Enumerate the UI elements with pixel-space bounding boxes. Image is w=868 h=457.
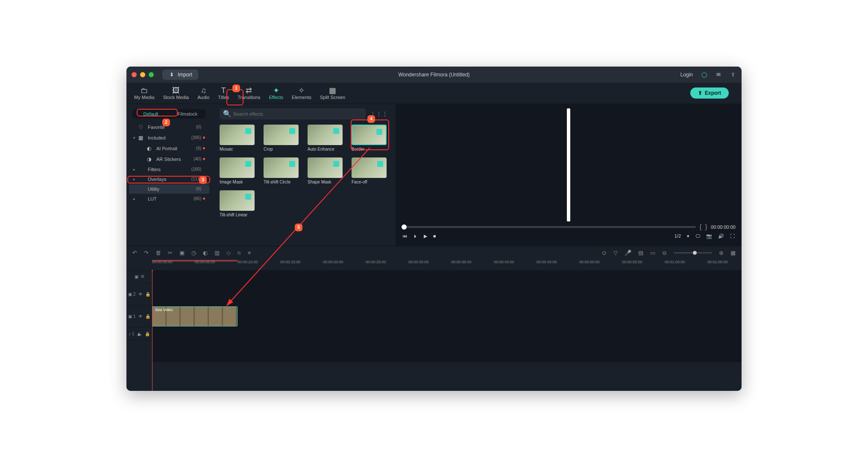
export-button[interactable]: ⬆ Export [690, 87, 729, 99]
display-icon[interactable]: 🖵 [695, 233, 700, 239]
upload-icon[interactable]: ⇪ [730, 71, 736, 78]
timeline-clip[interactable]: Sea Video [152, 306, 238, 326]
marker-icon[interactable]: ▽ [613, 250, 618, 256]
preview-panel: { } 00:00:00:00 ⏮ ⏵ ▶ ■ 1/2 ▾ 🖵 📷 🔊 ⛶ [396, 104, 742, 246]
video-track-2[interactable]: ▣ 2👁🔒 [126, 283, 742, 305]
effects-subtabs: Default Filmstock [132, 109, 206, 119]
tab-stock-media[interactable]: 🖼Stock Media [160, 84, 193, 102]
sidebar-item-utility[interactable]: Utility(9) [129, 184, 209, 194]
play-step-icon[interactable]: ⏵ [413, 233, 418, 239]
video-track-1[interactable]: ▣ 1👁🔒Sea Video [126, 305, 742, 327]
preview-timecode: 00:00:00:00 [711, 224, 736, 230]
speed-icon[interactable]: ◷ [191, 250, 196, 256]
zoom-out-icon[interactable]: ⊖ [662, 250, 667, 256]
effect-face-off[interactable]: Face-off [352, 157, 388, 184]
close-icon[interactable] [132, 72, 137, 77]
undo-icon[interactable]: ↶ [132, 250, 137, 256]
tab-transitions[interactable]: ⇄Transitions [234, 84, 264, 102]
zoom-in-icon[interactable]: ⊕ [719, 250, 724, 256]
preview-ratio[interactable]: 1/2 [674, 233, 681, 239]
bracket-close-icon[interactable]: } [705, 223, 707, 231]
bracket-open-icon[interactable]: { [699, 223, 701, 231]
sidebar-item-overlays[interactable]: ▸Overlays(111) [129, 175, 209, 184]
effect-crop[interactable]: Crop [264, 125, 300, 151]
adjust-icon[interactable]: ≡ [248, 250, 251, 256]
color-icon[interactable]: ◐ [203, 250, 208, 256]
chevron-down-icon[interactable]: ▾ [687, 233, 689, 239]
record-icon[interactable]: 🎤 [625, 250, 631, 256]
tab-effects[interactable]: ✦Effects [266, 84, 287, 102]
delete-icon[interactable]: 🗑 [155, 250, 161, 256]
timeline-ruler[interactable]: 00:00:00:0000:00:05:0000:00:10:0000:00:1… [126, 260, 742, 270]
minimize-icon[interactable] [140, 72, 145, 77]
preview-viewport[interactable] [567, 108, 570, 221]
sidebar-item-favorite[interactable]: ♡Favorite(0) [129, 122, 209, 132]
effect-tilt-shift-linear[interactable]: Tilt-shift Linear [220, 190, 256, 217]
options-icon: ▣ [135, 274, 138, 279]
view-grid-icon[interactable]: ⋮⋮⋮ [370, 111, 388, 117]
subtab-default[interactable]: Default [132, 109, 169, 119]
volume-icon[interactable]: 🔊 [718, 233, 724, 239]
audio-track-1[interactable]: ♪ 1🔈🔒 [126, 327, 742, 340]
lock-icon[interactable]: 🔒 [145, 332, 150, 336]
tab-split-screen[interactable]: ▦Split Screen [317, 84, 349, 102]
stop-icon[interactable]: ■ [433, 233, 436, 239]
greenscreen-icon[interactable]: ▥ [214, 250, 220, 256]
folder-icon: 🗀 [141, 86, 148, 95]
effects-panel: 🔍 ⋮⋮⋮ MosaicCropAuto EnhanceBorderImage … [212, 104, 396, 246]
redo-icon[interactable]: ↷ [144, 250, 149, 256]
mixer-icon[interactable]: ▤ [638, 250, 643, 256]
track-options[interactable]: ▣⧉ [126, 274, 152, 279]
effect-shape-mask[interactable]: Shape Mask [308, 157, 344, 184]
playhead[interactable] [152, 270, 152, 391]
sidebar-item-ar-stickers[interactable]: ◑AR Stickers(40) [129, 154, 209, 164]
play-icon[interactable]: ▶ [424, 233, 427, 239]
effect-image-mask[interactable]: Image Mask [220, 157, 256, 184]
sidebar-item-filters[interactable]: ▸Filters(160) [129, 165, 209, 174]
ruler-mark: 00:00:30:00 [408, 260, 451, 270]
main-toolbar: 🗀My Media 🖼Stock Media ♫Audio TTitles ⇄T… [126, 83, 742, 104]
support-icon[interactable]: ◯ [701, 71, 707, 78]
effect-tilt-shift-circle[interactable]: Tilt-shift Circle [264, 157, 300, 184]
login-button[interactable]: Login [680, 72, 693, 78]
detach-icon[interactable]: ⎋ [238, 250, 241, 256]
zoom-slider[interactable] [674, 252, 712, 253]
search-box[interactable]: 🔍 [220, 108, 366, 119]
preview-scrubber[interactable] [402, 226, 696, 228]
snapshot-icon[interactable]: 📷 [706, 233, 712, 239]
tab-my-media[interactable]: 🗀My Media [131, 84, 158, 102]
render-icon[interactable]: ⊙ [602, 250, 607, 256]
import-button[interactable]: ⬇ Import [162, 70, 198, 80]
search-input[interactable] [233, 111, 361, 116]
ruler-mark: 00:00:45:00 [537, 260, 579, 270]
shapes-icon: ✧ [298, 86, 305, 95]
speaker-icon[interactable]: 🔈 [137, 332, 142, 336]
mail-icon[interactable]: ✉ [715, 71, 722, 78]
eye-icon[interactable]: 👁 [138, 292, 143, 297]
effect-auto-enhance[interactable]: Auto Enhance [308, 125, 344, 151]
sidebar-item-ai-portrait[interactable]: ◐AI Portrait(9) [129, 143, 209, 154]
sidebar-item-included[interactable]: ▾▦Included(395) [129, 133, 209, 143]
tab-titles[interactable]: TTitles [214, 84, 232, 102]
crop-tool-icon[interactable]: ▣ [179, 250, 185, 256]
effect-border[interactable]: Border [352, 125, 388, 151]
keyframe-icon[interactable]: ◇ [226, 250, 231, 256]
tab-audio[interactable]: ♫Audio [194, 84, 213, 102]
sidebar-item-lut[interactable]: ▸LUT(66) [129, 194, 209, 204]
eye-icon[interactable]: 👁 [138, 314, 143, 319]
sparkle-icon: ✦ [273, 86, 279, 95]
ruler-mark: 00:00:50:00 [579, 260, 622, 270]
effect-mosaic[interactable]: Mosaic [220, 125, 256, 151]
guide-icon[interactable]: ▭ [650, 250, 655, 256]
image-icon: 🖼 [172, 86, 180, 95]
zoom-fit-icon[interactable]: ▦ [730, 250, 736, 256]
maximize-icon[interactable] [149, 72, 154, 77]
lock-icon[interactable]: 🔒 [145, 292, 150, 297]
tab-elements[interactable]: ✧Elements [288, 84, 315, 102]
cut-icon[interactable]: ✂ [168, 250, 173, 256]
subtab-filmstock[interactable]: Filmstock [169, 109, 206, 119]
ruler-mark: 00:00:15:00 [280, 260, 323, 270]
lock-icon[interactable]: 🔒 [145, 314, 150, 319]
fullscreen-icon[interactable]: ⛶ [730, 233, 735, 239]
prev-frame-icon[interactable]: ⏮ [402, 233, 407, 239]
